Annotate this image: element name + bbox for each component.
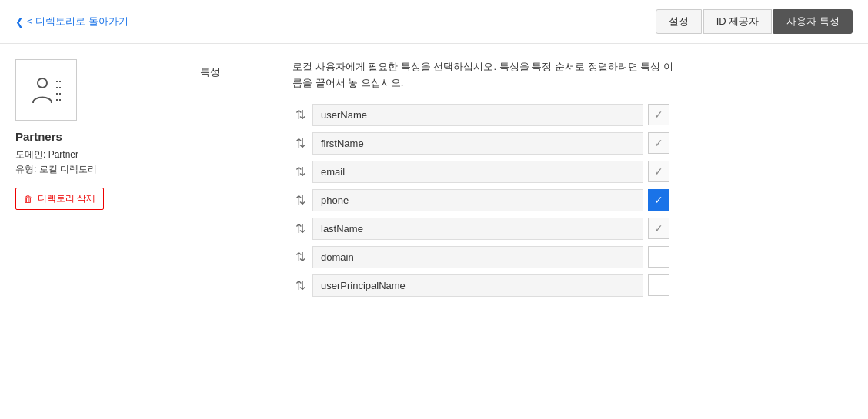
checkbox-firstName[interactable]: ✓ [648,132,669,154]
trash-icon: 🗑 [24,194,33,205]
checkbox-lastName[interactable]: ✓ [648,218,669,239]
field-row-lastName: ⇅ ✓ [292,218,853,240]
top-navigation: ❮ < 디렉토리로 돌아가기 설정 ID 제공자 사용자 특성 [0,0,868,44]
type-label: 유형: [15,164,36,175]
description-text: 로컬 사용자에게 필요한 특성을 선택하십시오. 특성을 특정 순서로 정렬하려… [292,59,677,91]
check-mark-userName: ✓ [654,108,663,121]
svg-point-0 [38,78,47,88]
field-row-userName: ⇅ ✓ [292,104,853,126]
checkbox-email[interactable]: ✓ [648,161,669,182]
sort-icon-phone[interactable]: ⇅ [292,193,308,208]
field-input-email[interactable] [312,161,643,183]
sort-icon-userName[interactable]: ⇅ [292,108,308,122]
field-input-lastName[interactable] [312,218,643,240]
check-mark-email: ✓ [654,165,663,178]
back-link[interactable]: ❮ < 디렉토리로 돌아가기 [15,15,129,28]
delete-label: 디렉토리 삭제 [38,192,95,205]
checkbox-userName[interactable]: ✓ [648,104,669,125]
tab-user-attributes[interactable]: 사용자 특성 [773,9,853,34]
field-input-firstName[interactable] [312,132,643,155]
checkbox-phone[interactable]: ✓ [648,189,669,211]
description-part1: 로컬 사용자에게 필요한 특성을 선택하십시오. 특성을 특정 순서로 정렬하려… [292,61,673,88]
domain-value: Partner [48,149,78,160]
fields-column: 로컬 사용자에게 필요한 특성을 선택하십시오. 특성을 특정 순서로 정렬하려… [292,59,853,303]
field-input-userName[interactable] [312,104,643,126]
sort-icon-userPrincipalName[interactable]: ⇅ [292,278,308,293]
field-input-userPrincipalName[interactable] [312,274,643,297]
check-mark-phone: ✓ [654,194,663,206]
field-row-firstName: ⇅ ✓ [292,132,853,155]
sort-icon-lastName[interactable]: ⇅ [292,221,308,236]
tab-id-provider[interactable]: ID 제공자 [703,9,773,34]
directory-name: Partners [15,130,169,143]
checkbox-userPrincipalName[interactable] [648,274,669,296]
field-input-phone[interactable] [312,189,643,211]
checkbox-domain[interactable] [648,246,669,268]
directory-meta: 도메인: Partner 유형: 로컬 디렉토리 [15,148,169,177]
description-part2: 으십시오. [361,77,404,88]
sort-icon-firstName[interactable]: ⇅ [292,136,308,151]
back-arrow-icon: ❮ [15,16,24,28]
tab-group: 설정 ID 제공자 사용자 특성 [656,9,853,34]
sort-icon-email[interactable]: ⇅ [292,165,308,179]
field-row-domain: ⇅ [292,246,853,268]
directory-icon [15,59,77,121]
delete-directory-button[interactable]: 🗑 디렉토리 삭제 [15,188,104,210]
field-row-userPrincipalName: ⇅ [292,274,853,297]
field-row-phone: ⇅ ✓ [292,189,853,211]
sort-icon-domain[interactable]: ⇅ [292,250,308,264]
left-panel: Partners 도메인: Partner 유형: 로컬 디렉토리 🗑 디렉토리… [15,59,169,303]
main-content: Partners 도메인: Partner 유형: 로컬 디렉토리 🗑 디렉토리… [0,44,868,318]
attributes-label: 특성 [200,59,246,303]
type-value: 로컬 디렉토리 [39,164,97,175]
back-link-label: < 디렉토리로 돌아가기 [27,15,129,28]
tab-settings[interactable]: 설정 [656,9,702,34]
check-mark-lastName: ✓ [654,222,663,234]
domain-label: 도메인: [15,149,45,160]
check-mark-firstName: ✓ [654,137,663,149]
field-row-email: ⇅ ✓ [292,161,853,183]
right-panel: 특성 로컬 사용자에게 필요한 특성을 선택하십시오. 특성을 특정 순서로 정… [200,59,853,303]
field-input-domain[interactable] [312,246,643,268]
